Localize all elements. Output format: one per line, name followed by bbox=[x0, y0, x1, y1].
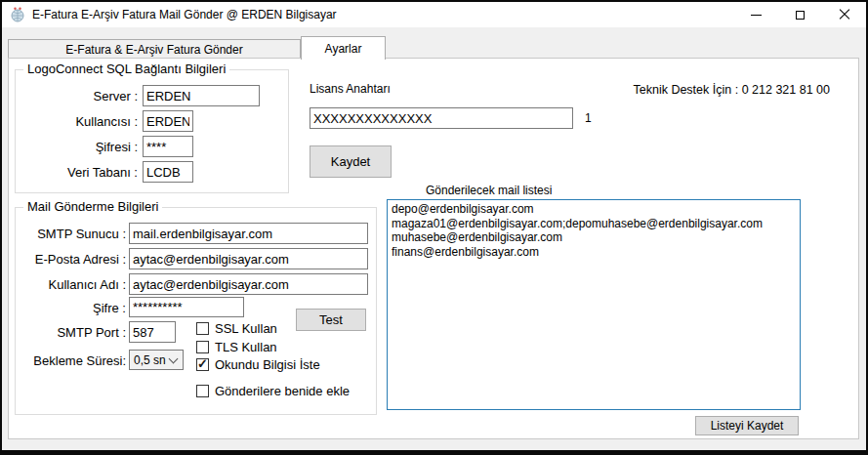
cc-self-checkbox-label: Gönderilere benide ekle bbox=[215, 384, 350, 398]
ssl-checkbox-label: SSL Kullan bbox=[215, 321, 277, 336]
sql-user-label: Kullancısı : bbox=[15, 114, 138, 129]
smtp-port-label: SMTP Port : bbox=[15, 325, 126, 340]
smtp-port-input[interactable] bbox=[129, 321, 176, 343]
license-counter: 1 bbox=[585, 111, 592, 125]
checkbox-okundu-bilgisi[interactable]: Okundu Bilgisi İste bbox=[196, 357, 320, 372]
database-input[interactable] bbox=[143, 161, 193, 183]
app-window: E-Fatura E-Arşiv Fatura Mail Gönder @ ER… bbox=[2, 2, 866, 450]
server-input[interactable] bbox=[143, 85, 260, 106]
kaydet-button[interactable]: Kaydet bbox=[310, 145, 392, 178]
close-icon bbox=[839, 9, 850, 21]
sql-password-input[interactable] bbox=[143, 136, 193, 157]
read-receipt-checkbox-icon bbox=[196, 358, 209, 371]
checkbox-tls-kullan[interactable]: TLS Kullan bbox=[196, 340, 277, 354]
window-frame: E-Fatura E-Arşiv Fatura Mail Gönder @ ER… bbox=[0, 0, 868, 455]
mail-password-input[interactable] bbox=[129, 297, 244, 317]
window-controls bbox=[734, 2, 866, 27]
checkbox-gonderilere-ekle[interactable]: Gönderilere benide ekle bbox=[196, 384, 350, 398]
smtp-server-label: SMTP Sunucu : bbox=[15, 227, 126, 241]
sql-group-title: LogoConnect SQL Bağlantı Bilgileri bbox=[23, 62, 229, 76]
license-key-label: Lisans Anahtarı bbox=[310, 82, 391, 96]
server-label: Server : bbox=[15, 89, 138, 103]
app-icon bbox=[10, 7, 25, 22]
support-phone-text: Teknik Destek İçin : 0 212 321 81 00 bbox=[556, 83, 830, 97]
maximize-icon bbox=[796, 11, 805, 20]
sql-password-label: Şifresi : bbox=[15, 140, 138, 154]
tab-efatura-gonder[interactable]: E-Fatura & E-Arşiv Fatura Gönder bbox=[8, 39, 301, 59]
settings-tab-page: LogoConnect SQL Bağlantı Bilgileri Serve… bbox=[8, 58, 859, 439]
wait-time-select[interactable]: 0,5 sn bbox=[129, 350, 184, 370]
mail-list-textarea[interactable] bbox=[387, 199, 801, 410]
test-button[interactable]: Test bbox=[296, 309, 366, 331]
maximize-button[interactable] bbox=[778, 2, 822, 27]
form-area: E-Fatura & E-Arşiv Fatura Gönder Ayarlar… bbox=[2, 27, 866, 450]
smtp-server-input[interactable] bbox=[129, 223, 368, 244]
database-label: Veri Tabanı : bbox=[15, 165, 138, 180]
license-key-input[interactable] bbox=[310, 107, 573, 129]
cc-self-checkbox-icon bbox=[196, 385, 209, 397]
sql-user-input[interactable] bbox=[143, 110, 193, 132]
ssl-checkbox-icon bbox=[196, 322, 209, 335]
chevron-down-icon bbox=[169, 353, 179, 363]
title-bar: E-Fatura E-Arşiv Fatura Mail Gönder @ ER… bbox=[2, 2, 866, 27]
tls-checkbox-label: TLS Kullan bbox=[215, 340, 277, 354]
window-title: E-Fatura E-Arşiv Fatura Mail Gönder @ ER… bbox=[32, 8, 337, 21]
listeyi-kaydet-button[interactable]: Listeyi Kaydet bbox=[695, 416, 799, 435]
tls-checkbox-icon bbox=[196, 341, 209, 353]
mail-list-label: Gönderilecek mail listesi bbox=[426, 184, 552, 197]
minimize-icon bbox=[751, 15, 762, 16]
mail-username-input[interactable] bbox=[129, 273, 368, 295]
mail-group-title: Mail Gönderme Bilgileri bbox=[23, 199, 162, 214]
checkbox-ssl-kullan[interactable]: SSL Kullan bbox=[196, 321, 277, 336]
minimize-button[interactable] bbox=[734, 2, 778, 27]
email-address-input[interactable] bbox=[129, 248, 368, 269]
close-button[interactable] bbox=[822, 2, 866, 27]
wait-time-value: 0,5 sn bbox=[130, 353, 170, 367]
email-address-label: E-Posta Adresi : bbox=[15, 252, 126, 267]
mail-username-label: Kullanıcı Adı : bbox=[15, 277, 126, 292]
wait-time-label: Bekleme Süresi: bbox=[15, 353, 126, 368]
tab-ayarlar[interactable]: Ayarlar bbox=[301, 36, 386, 60]
read-receipt-checkbox-label: Okundu Bilgisi İste bbox=[215, 357, 320, 372]
mail-password-label: Şifre : bbox=[15, 301, 126, 315]
